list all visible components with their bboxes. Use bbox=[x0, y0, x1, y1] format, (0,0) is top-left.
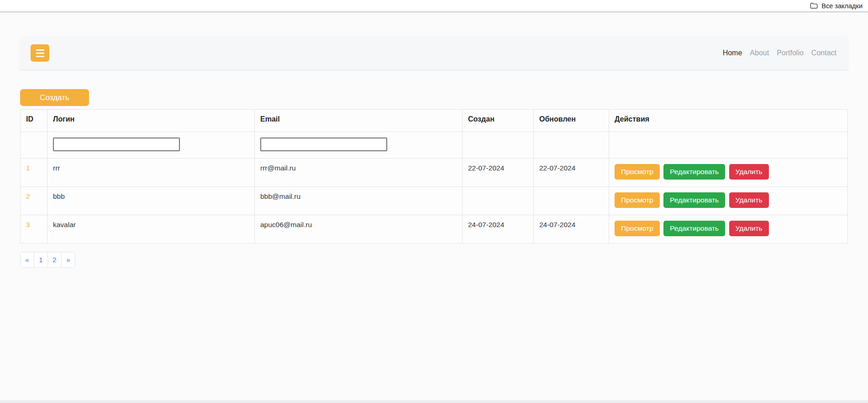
row-actions-cell: Просмотр Редактировать Удалить bbox=[609, 187, 848, 215]
table-row: 2 bbb bbb@mail.ru Просмотр Редактировать… bbox=[21, 187, 848, 215]
pagination-page-2[interactable]: 2 bbox=[47, 252, 62, 268]
delete-button[interactable]: Удалить bbox=[729, 221, 769, 236]
row-login-cell: kavalar bbox=[47, 215, 255, 244]
row-created-cell: 24-07-2024 bbox=[463, 215, 534, 244]
all-bookmarks-button[interactable]: Все закладки bbox=[810, 2, 863, 10]
header-login: Логин bbox=[47, 110, 255, 132]
edit-button[interactable]: Редактировать bbox=[663, 192, 725, 208]
pagination-next[interactable]: » bbox=[61, 252, 75, 268]
nav-links: Home About Portfolio Contact bbox=[723, 49, 836, 57]
row-email-cell: bbb@mail.ru bbox=[255, 187, 463, 215]
users-table-wrap: ID Логин Email Создан Обновлен Действия bbox=[20, 109, 848, 244]
row-id-link[interactable]: 1 bbox=[26, 164, 30, 172]
nav-link-home[interactable]: Home bbox=[723, 49, 742, 57]
users-table: ID Логин Email Создан Обновлен Действия bbox=[20, 109, 848, 244]
view-button[interactable]: Просмотр bbox=[615, 221, 660, 236]
row-id-link[interactable]: 3 bbox=[26, 221, 30, 228]
view-button[interactable]: Просмотр bbox=[615, 192, 660, 208]
pagination: « 1 2 » bbox=[20, 252, 75, 268]
header-actions: Действия bbox=[609, 110, 848, 132]
header-email: Email bbox=[255, 110, 463, 132]
row-created-cell: 22-07-2024 bbox=[463, 159, 534, 187]
row-id-link[interactable]: 2 bbox=[26, 192, 30, 200]
table-header-row: ID Логин Email Создан Обновлен Действия bbox=[21, 110, 848, 132]
browser-bookmarks-bar: Все закладки bbox=[0, 0, 868, 12]
header-updated: Обновлен bbox=[534, 110, 609, 132]
delete-button[interactable]: Удалить bbox=[729, 164, 769, 180]
header-id: ID bbox=[21, 110, 47, 132]
row-actions-cell: Просмотр Редактировать Удалить bbox=[609, 215, 848, 244]
row-email-cell: rrr@mail.ru bbox=[255, 159, 463, 187]
navbar: Home About Portfolio Contact bbox=[20, 37, 848, 69]
nav-link-portfolio[interactable]: Portfolio bbox=[777, 49, 804, 57]
folder-icon bbox=[810, 2, 818, 9]
pagination-page-1[interactable]: 1 bbox=[34, 252, 48, 268]
edit-button[interactable]: Редактировать bbox=[663, 221, 725, 236]
delete-button[interactable]: Удалить bbox=[729, 192, 769, 208]
table-row: 3 kavalar apuc06@mail.ru 24-07-2024 24-0… bbox=[21, 215, 848, 244]
login-filter-input[interactable] bbox=[53, 138, 180, 151]
create-button[interactable]: Создать bbox=[20, 89, 89, 106]
row-email-cell: apuc06@mail.ru bbox=[255, 215, 463, 244]
row-updated-cell bbox=[534, 187, 609, 215]
window-bottom-strip bbox=[0, 400, 868, 403]
hamburger-icon bbox=[36, 49, 44, 51]
row-login-cell: rrr bbox=[47, 159, 255, 187]
pagination-prev[interactable]: « bbox=[20, 252, 34, 268]
row-updated-cell: 24-07-2024 bbox=[534, 215, 609, 244]
nav-link-contact[interactable]: Contact bbox=[811, 49, 836, 57]
row-created-cell bbox=[463, 187, 534, 215]
all-bookmarks-label: Все закладки bbox=[821, 2, 863, 10]
row-updated-cell: 22-07-2024 bbox=[534, 159, 609, 187]
row-actions-cell: Просмотр Редактировать Удалить bbox=[609, 159, 848, 187]
table-row: 1 rrr rrr@mail.ru 22-07-2024 22-07-2024 … bbox=[21, 159, 848, 187]
nav-link-about[interactable]: About bbox=[750, 49, 769, 57]
row-login-cell: bbb bbox=[47, 187, 255, 215]
filter-row bbox=[21, 132, 848, 159]
header-created: Создан bbox=[463, 110, 534, 132]
hamburger-menu-button[interactable] bbox=[31, 44, 49, 62]
view-button[interactable]: Просмотр bbox=[615, 164, 660, 180]
toolbar: Создать bbox=[20, 89, 848, 106]
edit-button[interactable]: Редактировать bbox=[663, 164, 725, 180]
email-filter-input[interactable] bbox=[260, 138, 387, 151]
